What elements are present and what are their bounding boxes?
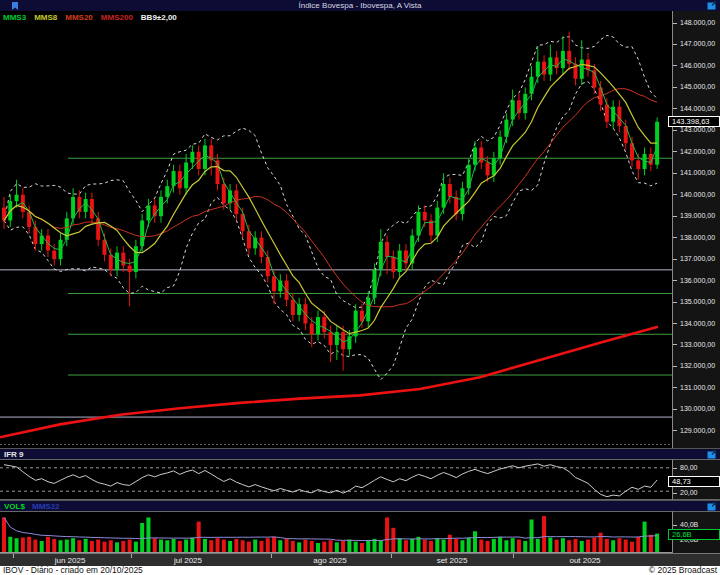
price-tick-label: 146.000,00 xyxy=(680,62,715,70)
volume-bar xyxy=(209,540,213,552)
price-tick xyxy=(673,108,677,109)
volume-bar xyxy=(605,539,609,552)
ifr-chart-canvas xyxy=(0,460,672,499)
volume-bar xyxy=(561,538,565,552)
volume-bar xyxy=(423,540,427,552)
candle-body xyxy=(473,148,477,165)
volume-bar xyxy=(555,540,559,552)
volume-bar xyxy=(567,540,571,552)
chart-description: IBOV - Diário - criado em 20/10/2025 xyxy=(3,565,143,575)
volume-bar xyxy=(178,541,182,552)
volume-bar xyxy=(354,542,358,552)
candle-body xyxy=(291,300,295,315)
candle-body xyxy=(310,324,314,335)
candle-body xyxy=(222,184,226,203)
price-tick-label: 130.000,00 xyxy=(680,405,715,413)
indicator-legend: MMS3MMS8MMS20MMS200BB9±2,00 xyxy=(3,13,177,22)
volume-chart-canvas xyxy=(0,512,672,553)
copyright-notice: © 2025 Broadcast xyxy=(649,565,717,575)
volume-chart[interactable] xyxy=(0,511,672,553)
candle-body xyxy=(272,276,276,291)
legend-item-mms20: MMS20 xyxy=(65,13,93,22)
candle-body xyxy=(115,253,119,270)
ifr-panel-header: IFR 9 xyxy=(0,448,720,459)
ifr-current-value: 48,73 xyxy=(668,476,720,487)
window-title: Índice Bovespa - Ibovespa, A Vista xyxy=(0,0,720,11)
candle-body xyxy=(416,212,420,236)
volume-bar xyxy=(473,531,477,552)
candle-body xyxy=(460,188,464,214)
legend-item-mms200: MMS200 xyxy=(101,13,133,22)
volume-bar xyxy=(121,541,125,552)
candle-body xyxy=(605,105,609,122)
volume-bar xyxy=(448,535,452,552)
price-tick-label: 139.000,00 xyxy=(680,212,715,220)
volume-bar xyxy=(27,537,31,552)
volume-bar xyxy=(404,540,408,552)
price-tick xyxy=(673,151,677,152)
month-label: jun 2025 xyxy=(55,556,86,565)
volume-bar xyxy=(153,538,157,552)
price-tick-label: 138.000,00 xyxy=(680,234,715,242)
volume-bar xyxy=(624,540,628,552)
month-tick xyxy=(513,554,514,558)
price-tick xyxy=(673,87,677,88)
price-tick xyxy=(673,323,677,324)
volume-bar xyxy=(316,543,320,552)
volume-bar xyxy=(102,542,106,552)
status-bar: IBOV - Diário - criado em 20/10/2025 © 2… xyxy=(0,566,720,575)
volume-bar xyxy=(479,540,483,552)
month-label: set 2025 xyxy=(437,556,468,565)
candle-body xyxy=(423,212,427,221)
candle-body xyxy=(580,60,584,79)
price-chart[interactable] xyxy=(0,11,672,448)
volume-bar xyxy=(398,538,402,552)
ifr-axis-bottom: 20,00 xyxy=(680,489,698,497)
candle-body xyxy=(65,218,69,239)
candle-body xyxy=(329,332,333,345)
candle-body xyxy=(84,199,88,212)
volume-bar xyxy=(253,540,257,552)
volume-bar xyxy=(486,541,490,552)
candle-body xyxy=(398,251,402,272)
ifr-chart[interactable] xyxy=(0,459,672,500)
open-external-icon[interactable] xyxy=(707,1,717,10)
price-tick-label: 148.000,00 xyxy=(680,19,715,27)
volume-bar xyxy=(630,542,634,552)
volume-bar xyxy=(329,540,333,552)
volume-bar xyxy=(655,534,659,552)
volume-bar xyxy=(115,542,119,552)
volume-bar xyxy=(504,540,508,552)
candle-body xyxy=(379,242,383,270)
price-tick xyxy=(673,237,677,238)
price-chart-canvas xyxy=(0,11,672,448)
ifr-open-external-icon[interactable] xyxy=(707,450,717,459)
volume-bar xyxy=(266,538,270,552)
volume-bar xyxy=(580,541,584,552)
price-tick-label: 145.000,00 xyxy=(680,83,715,91)
volume-bar xyxy=(611,540,615,552)
volume-bar xyxy=(96,540,100,552)
volume-bar xyxy=(71,538,75,552)
volume-bar xyxy=(649,535,653,552)
price-tick-label: 129.000,00 xyxy=(680,427,715,435)
price-tick xyxy=(673,65,677,66)
volume-bar xyxy=(84,539,88,552)
volume-bar xyxy=(165,540,169,552)
volume-bar xyxy=(410,539,414,552)
candle-body xyxy=(146,205,150,220)
mms3-line xyxy=(4,59,657,342)
volume-bar xyxy=(573,539,577,552)
price-tick-label: 132.000,00 xyxy=(680,362,715,370)
volume-bar xyxy=(197,522,201,552)
volume-bar xyxy=(8,537,12,552)
volume-bar xyxy=(492,539,496,552)
volume-bar xyxy=(592,537,596,552)
volume-bar xyxy=(360,543,364,552)
vol-mms22-line xyxy=(4,518,657,541)
volume-bar xyxy=(498,537,502,552)
volume-open-external-icon[interactable] xyxy=(707,502,717,511)
volume-bar xyxy=(310,541,314,552)
ifr-line xyxy=(4,464,657,497)
volume-bar xyxy=(241,540,245,552)
